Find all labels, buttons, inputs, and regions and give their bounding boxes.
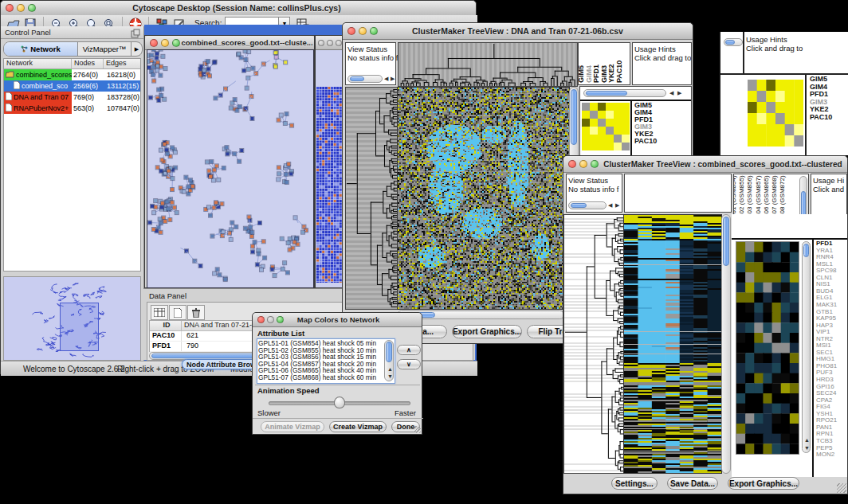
tab-overflow-button[interactable]: ▶ xyxy=(132,42,142,56)
zoom-button[interactable] xyxy=(591,160,599,168)
zoom-button[interactable] xyxy=(277,316,284,323)
column-label[interactable]: PAC10 xyxy=(615,61,623,83)
yellow-heatmap-zoom[interactable] xyxy=(748,80,803,147)
gene-label[interactable]: PAC10 xyxy=(810,113,832,121)
row-dendrogram[interactable] xyxy=(345,87,398,310)
network-row[interactable]: combined_scores_2764(0)16218(0) xyxy=(4,69,140,80)
network-overview[interactable] xyxy=(3,276,141,361)
move-down-button[interactable]: ∨ xyxy=(397,359,421,369)
scroll-right-arrow[interactable]: ▶ xyxy=(391,75,395,83)
close-button[interactable] xyxy=(347,27,355,35)
zoom-button[interactable] xyxy=(28,4,36,12)
dialog-titlebar[interactable]: Map Colors to Network xyxy=(253,313,422,327)
close-button[interactable] xyxy=(568,160,576,168)
row-dendrogram[interactable] xyxy=(563,214,624,474)
list-vscroll[interactable]: ▲ ▼ xyxy=(384,340,394,381)
heatmap-vscroll[interactable] xyxy=(721,214,731,474)
column-dendrogram[interactable] xyxy=(398,42,578,87)
minimize-button[interactable] xyxy=(17,4,25,12)
scroll-right-arrow[interactable]: ▶ xyxy=(677,89,681,97)
main-titlebar[interactable]: Cytoscape Desktop (Session Name: collins… xyxy=(1,1,476,16)
view-status-hscroll[interactable] xyxy=(347,75,383,83)
zoom-button[interactable] xyxy=(336,40,342,46)
gene-label[interactable]: GIM5 xyxy=(810,75,827,83)
scroll-right-arrow[interactable]: ▶ xyxy=(615,201,619,209)
column-label[interactable]: GIM5 xyxy=(578,65,585,83)
col-network[interactable]: Network xyxy=(4,59,72,68)
dense-network-canvas[interactable] xyxy=(316,87,342,283)
network-row[interactable]: RNAPuberNov2+563(0)107847(0) xyxy=(4,103,140,114)
export-graphics-button[interactable]: Export Graphics... xyxy=(728,477,799,490)
scroll-up-arrow[interactable]: ▲ xyxy=(804,436,810,444)
scroll-left-arrow[interactable]: ◀ xyxy=(669,89,673,97)
network-canvas[interactable] xyxy=(147,50,312,286)
id-column-header[interactable]: ID xyxy=(150,321,182,330)
close-button[interactable] xyxy=(318,40,324,46)
fragment-hscroll[interactable] xyxy=(724,38,743,46)
yellow-heatmap-zoom[interactable] xyxy=(582,103,630,150)
gene-label[interactable]: PAC10 xyxy=(634,137,657,145)
new-attribute-icon[interactable] xyxy=(169,305,186,320)
close-button[interactable] xyxy=(6,4,14,12)
speed-slider[interactable] xyxy=(269,397,409,408)
gene-label[interactable]: PFD1 xyxy=(810,90,828,98)
resize-grip[interactable] xyxy=(414,426,421,433)
delete-attribute-icon[interactable] xyxy=(187,305,205,320)
zoom-hscroll[interactable] xyxy=(583,89,666,97)
tab-vizmapper[interactable]: VizMapper™ xyxy=(78,42,132,56)
create-vizmap-button[interactable]: Create Vizmap xyxy=(329,421,387,432)
column-label[interactable]: PFD1 xyxy=(592,64,600,83)
minimize-button[interactable] xyxy=(327,40,333,46)
animate-vizmap-button[interactable]: Animate Vizmap xyxy=(261,421,324,432)
network-row[interactable]: DNA and Tran 07769(0)183728(0) xyxy=(4,92,140,103)
col-edges[interactable]: Edges xyxy=(104,59,140,68)
treeview-combined-titlebar[interactable]: ClusterMaker TreeView : combined_scores_… xyxy=(563,156,847,173)
gene-vscroll[interactable]: ▲ ▼ xyxy=(802,241,811,453)
gene-label[interactable]: GIM4 xyxy=(810,83,827,91)
col-nodes[interactable]: Nodes xyxy=(72,59,104,68)
attribute-select-icon[interactable] xyxy=(151,305,168,320)
save-data-button[interactable]: Save Data... xyxy=(667,477,718,490)
slider-thumb[interactable] xyxy=(334,397,345,408)
treeview-combined-window: ClusterMaker TreeView : combined_scores_… xyxy=(563,155,848,494)
zoomed-heatmap[interactable] xyxy=(736,241,799,455)
settings-button[interactable]: Settings... xyxy=(611,477,658,490)
column-dendrogram-area[interactable] xyxy=(624,174,732,213)
scroll-thumb[interactable] xyxy=(571,203,587,208)
zoom-button[interactable] xyxy=(172,39,180,47)
scroll-thumb[interactable] xyxy=(723,217,729,266)
minimize-button[interactable] xyxy=(359,27,367,35)
tab-network[interactable]: Network xyxy=(4,42,78,56)
heatmap-canvas[interactable] xyxy=(397,87,570,310)
close-button[interactable] xyxy=(257,316,265,323)
network-row[interactable]: combined_sco2569(6)13112(15) xyxy=(4,80,140,92)
minimize-button[interactable] xyxy=(267,316,274,323)
resize-grip[interactable] xyxy=(837,483,846,493)
gene-label[interactable]: GIM3 xyxy=(810,98,827,106)
treeview-dna-titlebar[interactable]: ClusterMaker TreeView : DNA and Tran 07-… xyxy=(343,23,693,40)
scroll-thumb[interactable] xyxy=(586,91,627,96)
float-panel-icon[interactable] xyxy=(131,27,140,41)
scroll-down-arrow[interactable]: ▼ xyxy=(804,444,810,452)
scroll-thumb[interactable] xyxy=(350,76,364,81)
scroll-left-arrow[interactable]: ◀ xyxy=(384,75,388,83)
close-button[interactable] xyxy=(150,39,158,47)
export-graphics-button[interactable]: Export Graphics... xyxy=(452,325,522,338)
view-status-hscroll[interactable] xyxy=(568,201,607,209)
heatmap-canvas[interactable] xyxy=(623,214,722,474)
scroll-down-arrow[interactable]: ▼ xyxy=(387,373,393,381)
network-view-titlebar[interactable]: combined_scores_good.txt--cluste... xyxy=(145,36,314,50)
minimize-button[interactable] xyxy=(579,160,587,168)
gene-label[interactable]: YKE2 xyxy=(810,105,829,113)
scroll-left-arrow[interactable]: ◀ xyxy=(608,201,612,209)
scroll-thumb[interactable] xyxy=(386,342,392,362)
scroll-thumb[interactable] xyxy=(571,89,577,145)
gene-label[interactable]: MON2 xyxy=(816,451,834,458)
minimize-button[interactable] xyxy=(161,39,169,47)
zoom-button[interactable] xyxy=(370,27,378,35)
view-status-text: No status info f xyxy=(568,185,618,193)
scroll-thumb[interactable] xyxy=(803,244,809,257)
attribute-item[interactable]: GPL51-07 (GSM868) heat shock 60 min xyxy=(258,374,383,381)
column-label[interactable]: YKE2 xyxy=(607,64,615,83)
move-up-button[interactable]: ∧ xyxy=(397,345,421,355)
